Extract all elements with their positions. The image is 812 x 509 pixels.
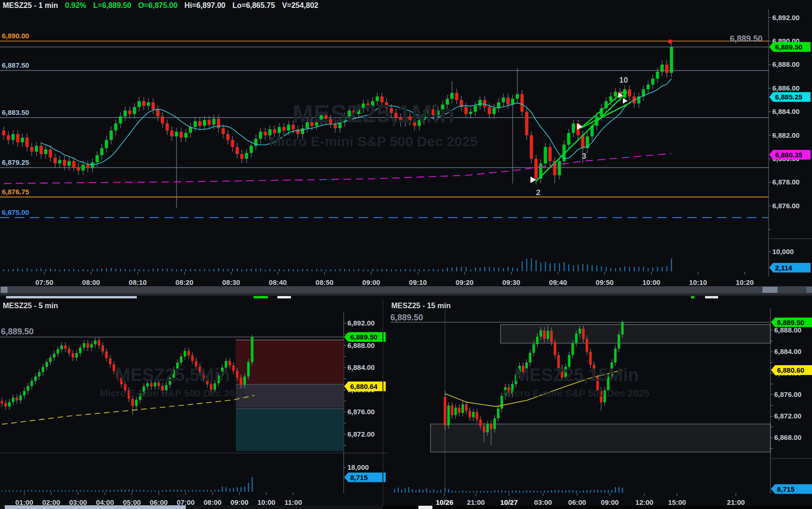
m15-time-label: 09:00 bbox=[601, 498, 619, 506]
m15-time-label: 21:00 bbox=[727, 498, 745, 506]
m15-time-label: 21:00 bbox=[467, 498, 485, 506]
data-coverage-segment bbox=[254, 296, 268, 298]
m5-price-label: 6,872.00 bbox=[347, 430, 374, 438]
m15-time-label: 10/26 bbox=[436, 498, 453, 506]
m1-volume-tag: 2,114 bbox=[769, 263, 811, 273]
m1-price-label: 6,892.00 bbox=[772, 14, 799, 22]
m15-price-label: 6,872.00 bbox=[774, 412, 801, 420]
m1-last-price-tag: 6,880.35 bbox=[769, 150, 811, 160]
m5-volume-axis-label: 18,000 bbox=[347, 463, 369, 472]
m1-hscrollbar-right-button[interactable] bbox=[806, 287, 812, 293]
m5-last-price-tag: 6,889.50 bbox=[344, 332, 386, 342]
m5-price-label: 6,884.00 bbox=[347, 363, 374, 372]
m15-last-price-tag: 6,880.60 bbox=[771, 365, 812, 375]
change-percent: 0.92% bbox=[65, 1, 86, 10]
m1-last-price-tag: 6,889.50 bbox=[769, 42, 811, 52]
m1-time-label: 09:50 bbox=[596, 278, 614, 286]
m5-hscrollbar-thumb[interactable] bbox=[5, 505, 186, 509]
total-volume: V=254,802 bbox=[282, 1, 318, 10]
trading-workspace: MESZ25 - 1 min 0.92% L=6,889.50 O=6,875.… bbox=[0, 0, 812, 509]
data-coverage-segment bbox=[691, 296, 694, 298]
m1-time-label: 08:10 bbox=[129, 278, 147, 286]
m1-hscrollbar-left-button[interactable] bbox=[1, 287, 7, 293]
m15-time-label: 12:00 bbox=[635, 498, 653, 506]
m1-time-label: 07:50 bbox=[35, 278, 53, 286]
m1-price-label: 6,886.00 bbox=[772, 84, 799, 92]
m1-price-label: 6,876.00 bbox=[772, 202, 799, 210]
m5-last-price-tag: 6,880.64 bbox=[344, 382, 386, 391]
data-coverage-segment bbox=[277, 296, 291, 298]
m15-price-label: 6,888.00 bbox=[774, 326, 801, 334]
data-coverage-segment bbox=[6, 296, 137, 298]
m1-time-label: 09:40 bbox=[549, 278, 567, 286]
m1-volume-axis-label: 10,000 bbox=[772, 247, 794, 256]
quote-header: MESZ25 - 1 min 0.92% L=6,889.50 O=6,875.… bbox=[3, 1, 318, 10]
m1-plot-area[interactable] bbox=[0, 9, 769, 276]
m5-price-label: 6,876.00 bbox=[347, 408, 374, 416]
m5-price-label: 6,892.00 bbox=[347, 319, 374, 327]
m15-time-label: 03:00 bbox=[534, 498, 552, 506]
high-price: Hi=6,897.00 bbox=[184, 1, 226, 10]
window-divider bbox=[0, 293, 812, 296]
m5-plot-area[interactable] bbox=[0, 312, 344, 493]
m15-plot-area[interactable] bbox=[388, 308, 770, 493]
m1-time-label: 09:00 bbox=[362, 278, 380, 286]
m1-time-label: 09:30 bbox=[502, 278, 520, 286]
m15-time-label: 06:00 bbox=[568, 498, 586, 506]
m15-price-label: 6,884.00 bbox=[774, 347, 801, 356]
m5-chart-title: MESZ25 - 5 min bbox=[3, 302, 58, 310]
m1-hscrollbar[interactable] bbox=[0, 286, 812, 293]
m15-price-label: 6,876.00 bbox=[774, 390, 801, 399]
m1-last-price-tag: 6,885.25 bbox=[769, 92, 811, 102]
m1-time-label: 10:20 bbox=[736, 278, 754, 286]
m1-time-label: 08:30 bbox=[222, 278, 240, 286]
low-price: Lo=6,865.75 bbox=[233, 1, 275, 10]
m1-price-label: 6,884.00 bbox=[772, 107, 799, 116]
m1-time-label: 09:20 bbox=[456, 278, 473, 286]
m5-price-label: 6,888.00 bbox=[347, 341, 374, 350]
bottom-windows-divider bbox=[382, 299, 383, 509]
m1-price-label: 6,878.00 bbox=[772, 178, 799, 186]
symbol-period-label: MESZ25 - 1 min bbox=[3, 1, 58, 10]
m1-time-label: 09:10 bbox=[409, 278, 427, 286]
m15-volume-tag: 8,715 bbox=[771, 484, 812, 494]
m15-hscrollbar[interactable] bbox=[383, 506, 812, 509]
m5-volume-tag: 8,715 bbox=[344, 473, 386, 482]
m15-chart-title: MESZ25 - 15 min bbox=[391, 302, 451, 310]
m15-time-label: 15:00 bbox=[668, 498, 686, 506]
m15-hscrollbar-thumb[interactable] bbox=[418, 506, 432, 509]
m1-time-label: 08:00 bbox=[82, 278, 100, 286]
m1-time-label: 08:20 bbox=[176, 278, 193, 286]
m15-price-label: 6,868.00 bbox=[774, 433, 801, 442]
m1-price-label: 6,882.00 bbox=[772, 131, 799, 140]
m1-time-label: 08:40 bbox=[269, 278, 287, 286]
last-price: L=6,889.50 bbox=[93, 1, 131, 10]
m1-price-label: 6,888.00 bbox=[772, 60, 799, 69]
m15-last-price-tag: 6,889.50 bbox=[771, 318, 812, 327]
m1-time-label: 10:10 bbox=[689, 278, 707, 286]
m1-time-label: 08:50 bbox=[316, 278, 333, 286]
data-coverage-segment bbox=[705, 296, 718, 298]
m1-hscrollbar-thumb[interactable] bbox=[763, 287, 777, 293]
m1-time-label: 10:00 bbox=[643, 278, 660, 286]
open-price: O=6,875.00 bbox=[138, 1, 177, 10]
m15-time-label: 10/27 bbox=[500, 498, 518, 506]
